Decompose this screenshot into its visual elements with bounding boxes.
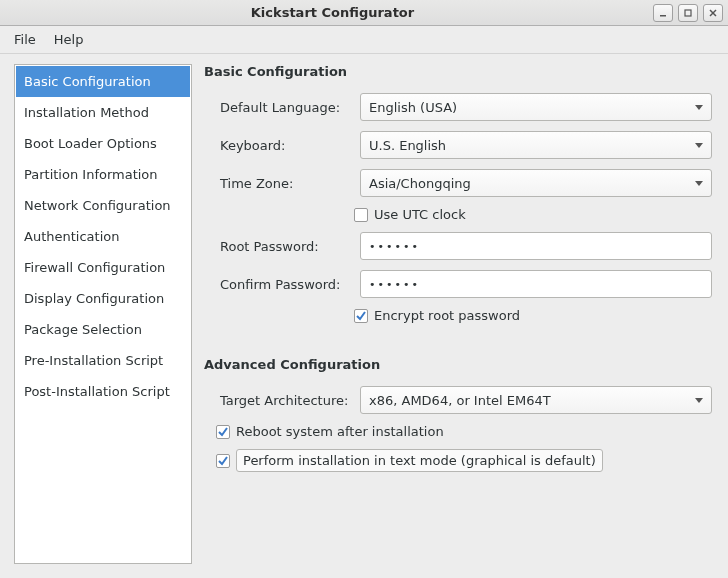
close-button[interactable] <box>703 4 723 22</box>
label-target-arch: Target Architecture: <box>212 393 352 408</box>
titlebar: Kickstart Configurator <box>0 0 728 26</box>
label-confirm-password: Confirm Password: <box>212 277 352 292</box>
row-reboot: Reboot system after installation <box>216 424 712 439</box>
label-keyboard: Keyboard: <box>212 138 352 153</box>
password-value: •••••• <box>369 278 420 291</box>
password-value: •••••• <box>369 240 420 253</box>
chevron-down-icon <box>695 181 703 186</box>
checkbox-utc[interactable] <box>354 208 368 222</box>
label-default-language: Default Language: <box>212 100 352 115</box>
sidebar-item-label: Authentication <box>24 229 119 244</box>
checkbox-textmode[interactable] <box>216 454 230 468</box>
sidebar-item-label: Pre-Installation Script <box>24 353 163 368</box>
chevron-down-icon <box>695 143 703 148</box>
content-panel: Basic Configuration Default Language: En… <box>202 64 714 564</box>
sidebar-item-installation-method[interactable]: Installation Method <box>16 97 190 128</box>
checkbox-reboot[interactable] <box>216 425 230 439</box>
row-encrypt: Encrypt root password <box>354 308 712 323</box>
select-keyboard[interactable]: U.S. English <box>360 131 712 159</box>
chevron-down-icon <box>695 105 703 110</box>
select-timezone[interactable]: Asia/Chongqing <box>360 169 712 197</box>
row-keyboard: Keyboard: U.S. English <box>212 131 712 159</box>
minimize-button[interactable] <box>653 4 673 22</box>
basic-configuration-heading: Basic Configuration <box>204 64 712 79</box>
row-target-arch: Target Architecture: x86, AMD64, or Inte… <box>212 386 712 414</box>
menu-file[interactable]: File <box>14 32 36 47</box>
row-timezone: Time Zone: Asia/Chongqing <box>212 169 712 197</box>
row-root-password: Root Password: •••••• <box>212 232 712 260</box>
sidebar-item-label: Package Selection <box>24 322 142 337</box>
maximize-button[interactable] <box>678 4 698 22</box>
sidebar-item-package-selection[interactable]: Package Selection <box>16 314 190 345</box>
row-textmode: Perform installation in text mode (graph… <box>216 449 712 472</box>
select-target-arch[interactable]: x86, AMD64, or Intel EM64T <box>360 386 712 414</box>
sidebar-item-label: Partition Information <box>24 167 158 182</box>
main-layout: Basic Configuration Installation Method … <box>0 54 728 574</box>
sidebar-item-firewall-configuration[interactable]: Firewall Configuration <box>16 252 190 283</box>
sidebar-item-display-configuration[interactable]: Display Configuration <box>16 283 190 314</box>
sidebar-item-boot-loader-options[interactable]: Boot Loader Options <box>16 128 190 159</box>
label-reboot: Reboot system after installation <box>236 424 444 439</box>
sidebar-item-label: Basic Configuration <box>24 74 151 89</box>
label-utc: Use UTC clock <box>374 207 466 222</box>
sidebar-item-label: Firewall Configuration <box>24 260 165 275</box>
sidebar-item-label: Boot Loader Options <box>24 136 157 151</box>
row-confirm-password: Confirm Password: •••••• <box>212 270 712 298</box>
row-utc: Use UTC clock <box>354 207 712 222</box>
sidebar-item-pre-installation-script[interactable]: Pre-Installation Script <box>16 345 190 376</box>
select-value: English (USA) <box>369 100 689 115</box>
sidebar-item-label: Installation Method <box>24 105 149 120</box>
label-encrypt: Encrypt root password <box>374 308 520 323</box>
row-default-language: Default Language: English (USA) <box>212 93 712 121</box>
label-textmode: Perform installation in text mode (graph… <box>236 449 603 472</box>
select-value: Asia/Chongqing <box>369 176 689 191</box>
menubar: File Help <box>0 26 728 54</box>
sidebar: Basic Configuration Installation Method … <box>14 64 192 564</box>
checkbox-encrypt[interactable] <box>354 309 368 323</box>
svg-rect-1 <box>685 10 691 16</box>
sidebar-item-post-installation-script[interactable]: Post-Installation Script <box>16 376 190 407</box>
select-default-language[interactable]: English (USA) <box>360 93 712 121</box>
input-confirm-password[interactable]: •••••• <box>360 270 712 298</box>
window-title: Kickstart Configurator <box>12 5 653 20</box>
sidebar-item-label: Display Configuration <box>24 291 164 306</box>
svg-rect-0 <box>660 15 666 17</box>
chevron-down-icon <box>695 398 703 403</box>
sidebar-item-label: Post-Installation Script <box>24 384 170 399</box>
menu-help[interactable]: Help <box>54 32 84 47</box>
window-controls <box>653 4 728 22</box>
sidebar-item-authentication[interactable]: Authentication <box>16 221 190 252</box>
select-value: U.S. English <box>369 138 689 153</box>
sidebar-item-basic-configuration[interactable]: Basic Configuration <box>16 66 190 97</box>
sidebar-item-partition-information[interactable]: Partition Information <box>16 159 190 190</box>
label-timezone: Time Zone: <box>212 176 352 191</box>
input-root-password[interactable]: •••••• <box>360 232 712 260</box>
label-root-password: Root Password: <box>212 239 352 254</box>
sidebar-item-network-configuration[interactable]: Network Configuration <box>16 190 190 221</box>
advanced-configuration-heading: Advanced Configuration <box>204 357 712 372</box>
sidebar-item-label: Network Configuration <box>24 198 171 213</box>
select-value: x86, AMD64, or Intel EM64T <box>369 393 689 408</box>
